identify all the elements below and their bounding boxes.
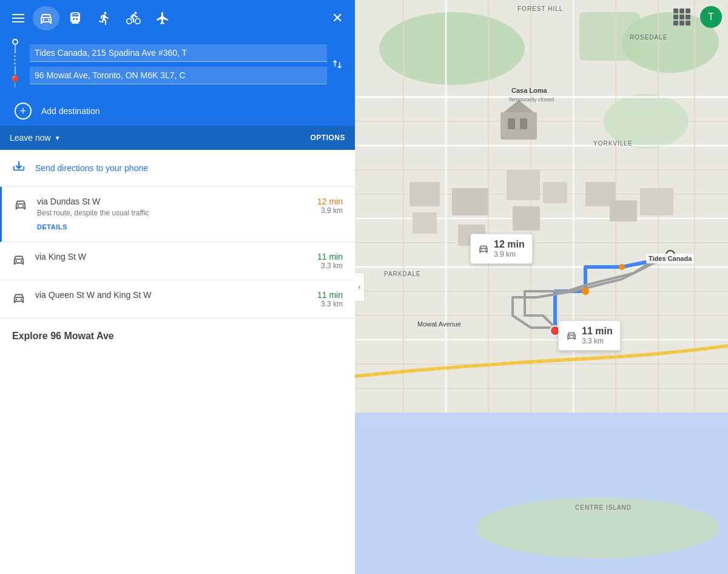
map-collapse-button[interactable]: ‹ [355, 272, 365, 302]
google-apps-button[interactable] [671, 6, 693, 28]
close-button[interactable]: ✕ [327, 7, 348, 30]
svg-point-4 [16, 260, 18, 262]
svg-point-6 [16, 299, 18, 300]
top-section: ✕ 📍 Tides Canada, 215 Spadina Ave #360, … [0, 0, 355, 126]
svg-rect-49 [640, 188, 673, 215]
car-icon-dundas [14, 198, 27, 214]
callout-12min-dist: 3.9 km [494, 250, 525, 258]
svg-rect-44 [507, 170, 540, 200]
route-info-king: via King St W [35, 252, 317, 264]
route-item-queen-king[interactable]: via Queen St W and King St W 11 min 3.3 … [0, 280, 355, 319]
svg-rect-48 [610, 200, 637, 221]
route-time-queen-king: 11 min 3.3 km [317, 290, 343, 308]
svg-point-54 [476, 498, 719, 558]
mode-flights-button[interactable] [149, 6, 176, 30]
origin-dot [12, 39, 18, 45]
svg-rect-42 [452, 188, 488, 215]
svg-rect-45 [513, 206, 540, 231]
mode-cycling-button[interactable] [120, 6, 147, 30]
mode-driving-button[interactable] [33, 6, 59, 30]
add-destination-icon: + [15, 103, 32, 120]
route-item-king[interactable]: via King St W 11 min 3.3 km [0, 242, 355, 280]
time-value-king: 11 min [317, 252, 343, 262]
svg-point-11 [379, 12, 525, 85]
mode-bar: ✕ [7, 6, 348, 30]
svg-rect-40 [410, 182, 440, 206]
route-inputs: 📍 Tides Canada, 215 Spadina Ave #360, T … [7, 36, 348, 96]
hamburger-button[interactable] [7, 9, 29, 27]
route-info-queen-king: via Queen St W and King St W [35, 290, 317, 302]
mode-walking-button[interactable] [91, 6, 118, 30]
svg-point-0 [42, 19, 44, 21]
svg-rect-46 [543, 182, 567, 203]
map-panel[interactable]: ‹ T FOREST HILL ROSEDALE Casa Loma Tempo… [355, 0, 728, 574]
route-desc-dundas: Best route, despite the usual traffic [37, 209, 317, 217]
route-ellipsis [14, 55, 16, 64]
options-button[interactable]: OPTIONS [310, 133, 345, 142]
svg-rect-53 [520, 118, 527, 129]
add-destination-label: Add destination [41, 106, 100, 116]
svg-rect-52 [508, 118, 515, 129]
route-item-dundas[interactable]: via Dundas St W Best route, despite the … [0, 187, 355, 242]
destination-input[interactable]: 96 Mowat Ave, Toronto, ON M6K 3L7, C [30, 67, 327, 84]
svg-point-38 [666, 251, 675, 259]
route-name-dundas: via Dundas St W [37, 197, 317, 206]
destination-pin-icon: 📍 [7, 75, 22, 89]
route-callout-12min[interactable]: 12 min 3.9 km [470, 234, 533, 264]
svg-rect-41 [413, 212, 437, 234]
svg-rect-13 [579, 12, 640, 61]
svg-point-2 [18, 205, 19, 207]
callout-12min-time: 12 min [494, 239, 525, 250]
route-line-1 [15, 45, 16, 53]
svg-point-58 [573, 336, 574, 337]
callout-11min-content: 11 min 3.3 km [582, 326, 613, 345]
route-time-king: 11 min 3.3 km [317, 252, 343, 270]
route-dots: 📍 [7, 39, 22, 89]
time-value-queen-king: 11 min [317, 290, 343, 300]
svg-point-36 [582, 288, 589, 295]
svg-point-7 [21, 299, 22, 300]
callout-11min-dist: 3.3 km [582, 337, 613, 345]
origin-input[interactable]: Tides Canada, 215 Spadina Ave #360, T [30, 44, 327, 62]
explore-section: Explore 96 Mowat Ave [0, 319, 355, 354]
svg-point-1 [48, 19, 50, 21]
leave-now-arrow-icon: ▼ [55, 135, 61, 141]
svg-point-56 [485, 249, 486, 251]
route-name-king: via King St W [35, 252, 317, 262]
grid-icon [673, 8, 690, 25]
svg-rect-50 [500, 112, 537, 140]
callout-11min-time: 11 min [582, 326, 613, 337]
svg-point-57 [569, 336, 570, 337]
dist-value-dundas: 3.9 km [317, 206, 343, 215]
send-directions-row[interactable]: Send directions to your phone [0, 150, 355, 187]
results-section: Send directions to your phone via Dundas… [0, 150, 355, 574]
route-callout-11min[interactable]: 11 min 3.3 km [558, 320, 621, 351]
time-value-dundas: 12 min [317, 197, 343, 206]
car-icon-king [12, 253, 25, 269]
dist-value-queen-king: 3.3 km [317, 300, 343, 308]
leave-now-label: Leave now [10, 133, 51, 143]
explore-title: Explore 96 Mowat Ave [12, 331, 114, 341]
inputs-column: Tides Canada, 215 Spadina Ave #360, T 96… [30, 44, 327, 84]
car-icon-queen-king [12, 291, 25, 308]
map-svg [355, 0, 728, 574]
svg-point-37 [619, 264, 625, 270]
mode-transit-button[interactable] [62, 6, 89, 30]
route-line-2 [15, 66, 16, 75]
callout-12min-content: 12 min 3.9 km [494, 239, 525, 258]
route-details-dundas[interactable]: DETAILS [37, 223, 67, 231]
send-directions-icon [12, 160, 25, 177]
route-info-dundas: via Dundas St W Best route, despite the … [37, 197, 317, 232]
user-avatar[interactable]: T [700, 6, 722, 28]
svg-point-55 [481, 249, 482, 251]
route-name-queen-king: via Queen St W and King St W [35, 290, 317, 300]
route-time-dundas: 12 min 3.9 km [317, 197, 343, 215]
leave-now-button[interactable]: Leave now ▼ [10, 133, 61, 143]
transport-mode-icons [33, 6, 327, 30]
leave-options-bar: Leave now ▼ OPTIONS [0, 126, 355, 150]
swap-button[interactable] [327, 54, 348, 75]
add-destination-row[interactable]: + Add destination [7, 96, 348, 126]
left-panel: ✕ 📍 Tides Canada, 215 Spadina Ave #360, … [0, 0, 355, 574]
dist-value-king: 3.3 km [317, 262, 343, 270]
svg-rect-10 [355, 413, 728, 425]
